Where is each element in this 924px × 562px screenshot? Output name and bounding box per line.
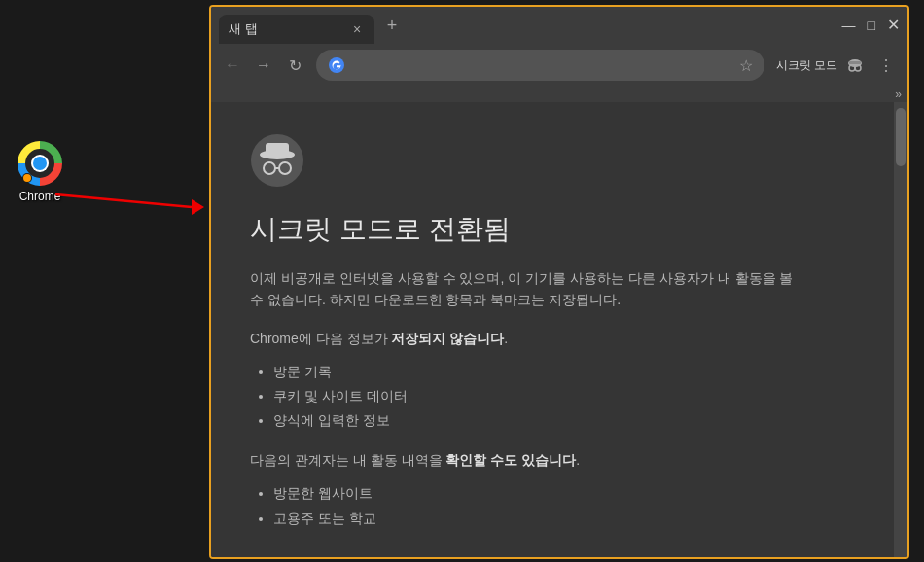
expand-icon[interactable]: » <box>895 88 902 101</box>
can-see-suffix: . <box>576 452 580 468</box>
scrollbar-thumb[interactable] <box>896 108 906 166</box>
red-arrow-indicator <box>51 190 206 219</box>
forward-icon: → <box>256 56 271 74</box>
can-see-prefix: 다음의 관계자는 내 활동 내역을 <box>250 452 445 468</box>
incognito-icon-button[interactable] <box>841 52 869 79</box>
reload-icon: ↻ <box>289 56 302 75</box>
svg-rect-9 <box>849 61 861 64</box>
list-item: 방문한 웹사이트 <box>273 481 855 506</box>
tab-title: 새 탭 <box>229 20 343 38</box>
page-content: 시크릿 모드로 전환됨 이제 비공개로 인터넷을 사용할 수 있으며, 이 기기… <box>211 102 894 557</box>
can-see-list: 방문한 웹사이트 고용주 또는 학교 <box>250 481 855 530</box>
not-saved-suffix: . <box>504 331 508 346</box>
toolbar-right: 시크릿 모드 ⋮ <box>772 52 900 79</box>
list-item: 방문 기록 <box>273 360 855 384</box>
list-item: 양식에 입력한 정보 <box>273 408 855 433</box>
window-controls: — □ ✕ <box>835 7 907 44</box>
svg-point-7 <box>329 57 344 73</box>
minimize-button[interactable]: — <box>842 18 856 32</box>
secondary-toolbar: » <box>211 87 907 102</box>
chrome-icon-label: Chrome <box>19 190 61 203</box>
list-item: 쿠키 및 사이트 데이터 <box>273 384 855 408</box>
bookmark-icon[interactable]: ☆ <box>739 56 753 75</box>
back-button[interactable]: ← <box>219 52 246 79</box>
back-icon: ← <box>225 56 240 74</box>
list-item: 고용주 또는 학교 <box>273 507 855 531</box>
active-tab[interactable]: 새 탭 × <box>219 15 374 44</box>
menu-icon: ⋮ <box>878 56 894 75</box>
close-button[interactable]: ✕ <box>887 18 900 33</box>
svg-point-13 <box>251 134 303 187</box>
incognito-mode-label: 시크릿 모드 <box>776 57 837 74</box>
svg-point-2 <box>33 157 47 170</box>
tab-area: 새 탭 × + <box>211 7 835 44</box>
chrome-logo-icon <box>18 141 62 186</box>
browser-window: 새 탭 × + — □ ✕ ← → ↻ <box>209 5 909 559</box>
new-tab-button[interactable]: + <box>378 12 406 39</box>
menu-button[interactable]: ⋮ <box>872 52 900 79</box>
svg-line-5 <box>55 194 192 207</box>
content-area: 시크릿 모드로 전환됨 이제 비공개로 인터넷을 사용할 수 있으며, 이 기기… <box>211 102 907 557</box>
svg-marker-6 <box>192 199 204 215</box>
desktop: Chrome 새 탭 × + — □ ✕ ← <box>0 0 924 562</box>
svg-rect-15 <box>266 143 289 157</box>
title-bar: 새 탭 × + — □ ✕ <box>211 7 907 44</box>
maximize-button[interactable]: □ <box>868 18 875 32</box>
incognito-title: 시크릿 모드로 전환됨 <box>250 211 855 248</box>
address-input[interactable] <box>351 57 739 73</box>
not-saved-list: 방문 기록 쿠키 및 사이트 데이터 양식에 입력한 정보 <box>250 360 855 434</box>
incognito-large-icon <box>250 133 304 188</box>
can-see-text: 다음의 관계자는 내 활동 내역을 확인할 수도 있습니다. <box>250 452 855 470</box>
not-saved-text: Chrome에 다음 정보가 저장되지 않습니다. <box>250 331 855 348</box>
reload-button[interactable]: ↻ <box>281 52 308 79</box>
incognito-description: 이제 비공개로 인터넷을 사용할 수 있으며, 이 기기를 사용하는 다른 사용… <box>250 267 795 311</box>
google-g-icon <box>328 56 345 74</box>
toolbar: ← → ↻ ☆ 시크릿 모드 <box>211 44 907 87</box>
can-see-bold: 확인할 수도 있습니다 <box>445 452 576 468</box>
svg-point-4 <box>23 174 31 182</box>
incognito-hat-icon <box>845 55 865 75</box>
tab-close-button[interactable]: × <box>349 21 365 37</box>
not-saved-prefix: Chrome에 다음 정보가 <box>250 331 391 346</box>
scrollbar[interactable] <box>894 102 907 557</box>
forward-button[interactable]: → <box>250 52 277 79</box>
chrome-desktop-icon[interactable]: Chrome <box>6 141 74 203</box>
not-saved-bold: 저장되지 않습니다 <box>391 331 504 346</box>
address-bar[interactable]: ☆ <box>316 50 764 81</box>
